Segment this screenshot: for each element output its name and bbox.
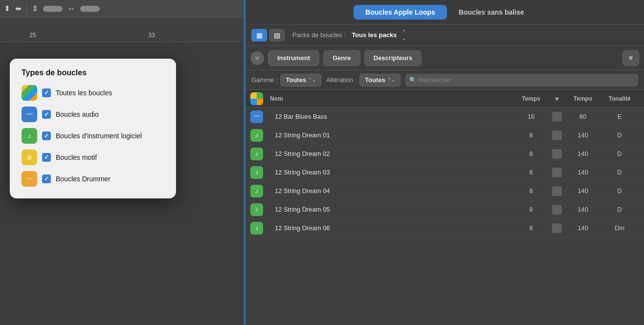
popup-item-audio[interactable]: 〰 ✓ Boucles audio — [22, 107, 164, 122]
gamme-chevron-icon: ⌃⌄ — [308, 77, 316, 83]
x-icon: ✕ — [254, 54, 260, 62]
heart-toggle[interactable] — [552, 205, 562, 215]
heart-toggle[interactable] — [552, 186, 562, 196]
row-heart-cell[interactable] — [548, 168, 566, 177]
header-icon-col — [250, 92, 270, 105]
loop-type-glyph: ♪ — [255, 131, 259, 139]
popup-item-all[interactable]: ✓ Toutes les boucles — [22, 85, 164, 101]
resize-vertical-icon[interactable]: ⬍ — [4, 4, 10, 13]
checkbox-motif[interactable]: ✓ — [42, 153, 51, 162]
gamme-label: Gamme : — [251, 76, 277, 84]
checkbox-instrument[interactable]: ✓ — [42, 131, 51, 140]
instrument-filter-button[interactable]: Instrument — [268, 50, 319, 66]
checkmark-audio: ✓ — [44, 111, 49, 118]
row-icon-col: 〰 — [250, 110, 270, 123]
loop-type-glyph: ♪ — [255, 187, 259, 195]
timeline-ruler: 25 33 — [0, 18, 244, 42]
heart-toggle[interactable] — [552, 112, 562, 122]
instrument-loops-label: Boucles d'instrument logiciel — [56, 132, 142, 140]
checkbox-all[interactable]: ✓ — [42, 88, 51, 97]
checkmark-motif: ✓ — [44, 154, 49, 161]
search-icon: 🔍 — [409, 77, 417, 84]
slider-knob[interactable] — [43, 6, 63, 12]
row-tonality: Dm — [600, 224, 639, 232]
row-tonality: D — [600, 150, 639, 157]
popup-item-drummer[interactable]: 〰 ✓ Boucles Drummer — [22, 171, 164, 187]
row-heart-cell[interactable] — [548, 149, 566, 159]
row-tonality: D — [600, 131, 639, 139]
packs-arrow-icon[interactable]: ⌃⌄ — [401, 29, 406, 42]
checkmark-drummer: ✓ — [44, 175, 49, 182]
gamme-dropdown[interactable]: Toutes ⌃⌄ — [280, 74, 321, 87]
checkmark-instrument: ✓ — [44, 132, 49, 139]
col-header-nom[interactable]: Nom — [270, 95, 514, 102]
row-icon-col: ♪ — [250, 148, 270, 160]
table-row[interactable]: ♪ 12 String Dream 03 8 140 D — [245, 163, 644, 182]
row-tonality: D — [600, 187, 639, 195]
audio-loops-icon: 〰 — [22, 107, 37, 122]
alteration-value: Toutes — [365, 76, 385, 84]
heart-toggle[interactable] — [552, 223, 562, 233]
col-header-temps[interactable]: Temps — [514, 95, 548, 102]
row-tempo: 140 — [566, 169, 600, 176]
table-row[interactable]: ♪ 12 String Dream 06 8 140 Dm — [245, 219, 644, 238]
heart-icon: ♥ — [628, 54, 633, 63]
popup-item-instrument[interactable]: ♪ ✓ Boucles d'instrument logiciel — [22, 128, 164, 144]
tab-sans-balise[interactable]: Boucles sans balise — [447, 5, 536, 20]
row-name: 12 String Dream 03 — [270, 169, 514, 176]
row-heart-cell[interactable] — [548, 130, 566, 140]
search-box[interactable]: 🔍 Rechercher — [405, 74, 638, 87]
alteration-section: Altération : Toutes ⌃⌄ — [326, 74, 400, 87]
row-type-icon: ♪ — [250, 166, 263, 179]
row-heart-cell[interactable] — [548, 223, 566, 233]
row-heart-cell[interactable] — [548, 186, 566, 196]
row-type-icon: ♪ — [250, 129, 263, 142]
resize-icon2[interactable]: ⇕ — [32, 4, 38, 13]
popup-item-motif[interactable]: ⊞ ✓ Boucles motif — [22, 150, 164, 165]
resize-horizontal-icon[interactable]: ⬌ — [15, 4, 22, 13]
slider-knob2[interactable] — [80, 6, 100, 12]
loop-type-glyph: ♪ — [255, 224, 259, 232]
row-heart-cell[interactable] — [548, 205, 566, 215]
table-row[interactable]: 〰 12 Bar Blues Bass 16 80 E — [245, 108, 644, 126]
heart-toggle[interactable] — [552, 149, 562, 159]
tab-apple-loops[interactable]: Boucles Apple Loops — [354, 5, 447, 20]
table-row[interactable]: ♪ 12 String Dream 04 8 140 D — [245, 182, 644, 200]
descripteurs-filter-button[interactable]: Descripteurs — [364, 50, 422, 66]
loop-type-glyph: ♪ — [255, 206, 259, 213]
heart-filter-button[interactable]: ♥ — [622, 50, 639, 66]
col-header-tempo[interactable]: Tempo — [566, 95, 600, 102]
checkbox-audio[interactable]: ✓ — [42, 110, 51, 119]
motif-loops-icon: ⊞ — [22, 150, 37, 165]
popup-title: Types de boucles — [22, 68, 164, 77]
filter-clear-button[interactable]: ✕ — [250, 51, 264, 65]
row-tempo: 140 — [566, 150, 600, 157]
view-grid-button[interactable]: ▦ — [251, 29, 267, 42]
view-list-button[interactable]: ▤ — [269, 29, 285, 42]
arrow-icon[interactable]: ↔ — [67, 4, 75, 13]
col-header-tonalite[interactable]: Tonalité — [600, 95, 639, 102]
audio-loops-label: Boucles audio — [56, 110, 99, 118]
checkbox-drummer[interactable]: ✓ — [42, 174, 51, 183]
heart-toggle[interactable] — [552, 130, 562, 140]
row-icon-col: ♪ — [250, 203, 270, 216]
row-beats: 8 — [514, 169, 548, 176]
row-name: 12 String Dream 05 — [270, 206, 514, 213]
packs-label: Packs de boucles : — [292, 31, 346, 39]
row-icon-col: ♪ — [250, 166, 270, 179]
heart-toggle[interactable] — [552, 168, 562, 177]
all-loops-label: Toutes les boucles — [56, 89, 112, 97]
genre-filter-button[interactable]: Genre — [323, 50, 360, 66]
table-row[interactable]: ♪ 12 String Dream 02 8 140 D — [245, 145, 644, 163]
table-row[interactable]: ♪ 12 String Dream 01 8 140 D — [245, 126, 644, 145]
alteration-dropdown[interactable]: Toutes ⌃⌄ — [359, 74, 400, 87]
loop-types-popup: Types de boucles ✓ Toutes les boucles 〰 … — [10, 59, 176, 198]
row-name: 12 String Dream 01 — [270, 131, 514, 139]
header-grid-icon — [250, 92, 263, 105]
row-tonality: D — [600, 169, 639, 176]
row-tempo: 140 — [566, 187, 600, 195]
row-beats: 8 — [514, 150, 548, 157]
drummer-loops-icon: 〰 — [22, 171, 37, 187]
row-heart-cell[interactable] — [548, 112, 566, 122]
table-row[interactable]: ♪ 12 String Dream 05 8 140 D — [245, 200, 644, 219]
